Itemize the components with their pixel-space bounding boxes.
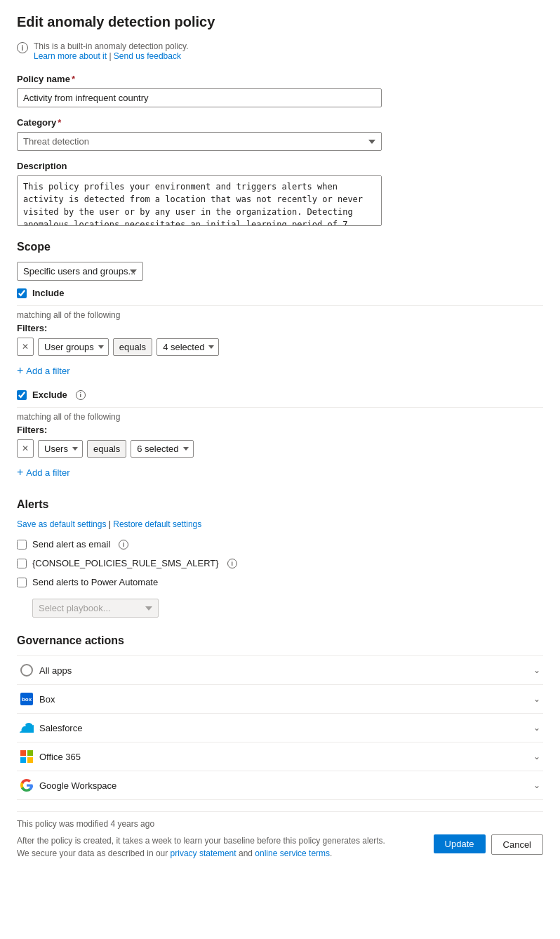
governance-box[interactable]: box Box ⌄ xyxy=(17,684,543,713)
sms-alert-checkbox[interactable] xyxy=(17,559,27,568)
sms-alert-info-icon: i xyxy=(227,559,237,568)
policy-name-field: Policy name* xyxy=(17,74,543,107)
power-automate-checkbox[interactable] xyxy=(17,578,27,587)
exclude-section: Exclude i matching all of the following … xyxy=(17,389,543,481)
all-apps-icon xyxy=(20,663,34,677)
power-automate-row: Send alerts to Power Automate xyxy=(17,577,543,587)
info-banner: i This is a built-in anomaly detection p… xyxy=(17,41,543,61)
playbook-select[interactable]: Select playbook... xyxy=(32,599,159,618)
google-chevron: ⌄ xyxy=(533,780,540,790)
alerts-section: Alerts Save as default settings | Restor… xyxy=(17,498,543,618)
governance-section-title: Governance actions xyxy=(17,634,543,647)
policy-name-input[interactable] xyxy=(17,88,382,107)
governance-office365[interactable]: Office 365 ⌄ xyxy=(17,742,543,771)
send-email-checkbox[interactable] xyxy=(17,540,27,550)
scope-select[interactable]: Specific users and groups... xyxy=(17,262,143,281)
policy-name-label: Policy name* xyxy=(17,74,543,84)
footer-modified-text: This policy was modified 4 years ago xyxy=(17,819,543,829)
include-checkbox-row: Include xyxy=(17,288,543,298)
box-chevron: ⌄ xyxy=(533,694,540,704)
power-automate-label: Send alerts to Power Automate xyxy=(32,577,158,587)
footer-note: After the policy is created, it takes a … xyxy=(17,834,385,860)
exclude-filter-remove-btn[interactable]: ✕ xyxy=(17,439,34,458)
svg-rect-3 xyxy=(27,757,33,763)
exclude-add-filter-btn[interactable]: + Add a filter xyxy=(17,463,70,481)
salesforce-label: Salesforce xyxy=(39,723,82,733)
description-label: Description xyxy=(17,161,543,171)
exclude-checkbox[interactable] xyxy=(17,390,27,400)
office365-label: Office 365 xyxy=(39,752,81,762)
sms-alert-label: {CONSOLE_POLICIES_RULE_SMS_ALERT} xyxy=(32,558,219,568)
exclude-info-icon: i xyxy=(76,390,86,400)
exclude-filter-operator: equals xyxy=(87,440,126,458)
box-label: Box xyxy=(39,694,55,705)
send-email-label: Send alert as email xyxy=(32,539,110,550)
page-title: Edit anomaly detection policy xyxy=(17,14,543,30)
google-label: Google Workspace xyxy=(39,780,116,791)
send-email-row: Send alert as email i xyxy=(17,539,543,550)
terms-link[interactable]: online service terms xyxy=(255,848,330,858)
category-field: Category* Threat detection xyxy=(17,117,543,151)
restore-default-link[interactable]: Restore default settings xyxy=(113,519,201,529)
scope-section-title: Scope xyxy=(17,241,543,253)
salesforce-icon xyxy=(20,721,34,735)
svg-rect-2 xyxy=(20,757,26,763)
send-feedback-link[interactable]: Send us feedback xyxy=(114,51,181,61)
privacy-link[interactable]: privacy statement xyxy=(171,848,236,858)
exclude-filter-field[interactable]: Users xyxy=(38,440,83,458)
category-select[interactable]: Threat detection xyxy=(17,132,382,151)
alerts-section-title: Alerts xyxy=(17,498,543,511)
include-section: Include matching all of the following Fi… xyxy=(17,288,543,380)
office365-chevron: ⌄ xyxy=(533,752,540,761)
svg-rect-0 xyxy=(20,750,26,756)
info-icon: i xyxy=(17,42,28,53)
info-banner-text: This is a built-in anomaly detection pol… xyxy=(34,41,189,51)
include-checkbox[interactable] xyxy=(17,288,27,298)
include-add-filter-btn[interactable]: + Add a filter xyxy=(17,361,70,380)
governance-section: Governance actions All apps ⌄ box Box ⌄ xyxy=(17,634,543,800)
exclude-matching-label: matching all of the following xyxy=(17,412,543,422)
save-default-link[interactable]: Save as default settings xyxy=(17,519,106,529)
include-label: Include xyxy=(32,288,65,298)
office365-icon xyxy=(20,750,34,764)
include-filter-row: ✕ User groups equals 4 selected xyxy=(17,338,543,356)
governance-all-apps[interactable]: All apps ⌄ xyxy=(17,655,543,684)
exclude-filter-row: ✕ Users equals 6 selected xyxy=(17,439,543,458)
google-icon xyxy=(20,778,34,792)
sms-alert-row: {CONSOLE_POLICIES_RULE_SMS_ALERT} i xyxy=(17,558,543,568)
all-apps-chevron: ⌄ xyxy=(533,665,540,675)
exclude-checkbox-row: Exclude i xyxy=(17,389,543,400)
svg-rect-1 xyxy=(27,750,33,756)
include-filter-value[interactable]: 4 selected xyxy=(156,338,219,356)
exclude-label: Exclude xyxy=(32,389,67,400)
footer-buttons: Update Cancel xyxy=(434,834,543,855)
include-matching-label: matching all of the following xyxy=(17,310,543,320)
send-email-info-icon: i xyxy=(119,540,128,550)
include-filters-label: Filters: xyxy=(17,323,543,333)
description-field: Description This policy profiles your en… xyxy=(17,161,543,228)
include-filter-operator: equals xyxy=(113,338,152,356)
all-apps-label: All apps xyxy=(39,665,72,676)
include-filter-field[interactable]: User groups xyxy=(38,338,109,356)
update-button[interactable]: Update xyxy=(434,834,486,853)
governance-salesforce[interactable]: Salesforce ⌄ xyxy=(17,713,543,742)
category-label: Category* xyxy=(17,117,543,128)
learn-more-link[interactable]: Learn more about it xyxy=(34,51,107,61)
exclude-filters-label: Filters: xyxy=(17,425,543,435)
exclude-filter-value[interactable]: 6 selected xyxy=(131,440,193,458)
cancel-button[interactable]: Cancel xyxy=(491,834,543,855)
salesforce-chevron: ⌄ xyxy=(533,723,540,733)
footer: This policy was modified 4 years ago Aft… xyxy=(17,811,543,878)
alerts-links: Save as default settings | Restore defau… xyxy=(17,519,543,529)
governance-google[interactable]: Google Workspace ⌄ xyxy=(17,771,543,800)
description-textarea[interactable]: This policy profiles your environment an… xyxy=(17,175,382,226)
footer-bottom: After the policy is created, it takes a … xyxy=(17,834,543,871)
include-filter-remove-btn[interactable]: ✕ xyxy=(17,338,34,356)
box-icon: box xyxy=(20,692,34,706)
